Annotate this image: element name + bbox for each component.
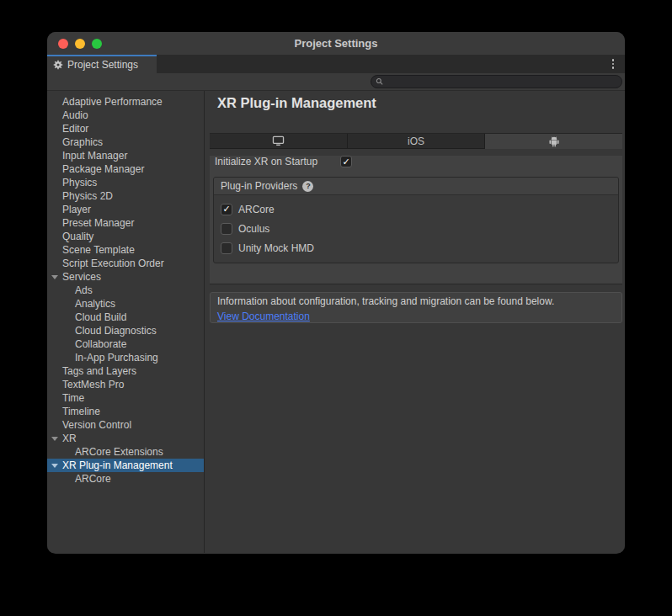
title-bar[interactable]: Project Settings [47, 32, 625, 55]
sidebar-item-label: Ads [75, 284, 93, 296]
help-icon[interactable]: ? [302, 181, 313, 192]
plugin-providers-header: Plug-in Providers ? [214, 178, 618, 195]
plugin-providers-box: Plug-in Providers ? ✓ARCoreOculusUnity M… [213, 177, 619, 263]
toolbar [47, 73, 625, 91]
sidebar-item-label: Adaptive Performance [62, 96, 163, 108]
platform-section: iOS Initi [210, 133, 622, 284]
tab-platform-ios-label: iOS [408, 135, 424, 147]
initialize-xr-row: Initialize XR on Startup ✓ [215, 156, 622, 167]
sidebar-item-preset-manager[interactable]: Preset Manager [47, 216, 204, 230]
sidebar-item-label: Input Manager [62, 150, 127, 162]
android-icon [549, 136, 559, 147]
sidebar-item-graphics[interactable]: Graphics [47, 135, 204, 149]
sidebar-item-timeline[interactable]: Timeline [47, 405, 204, 418]
platform-tab-bar: iOS [210, 133, 622, 149]
sidebar-item-label: Scene Template [62, 244, 135, 256]
sidebar-item-cloud-build[interactable]: Cloud Build [47, 311, 204, 324]
view-documentation-link[interactable]: View Documentation [217, 310, 310, 323]
sidebar-item-physics[interactable]: Physics [47, 176, 204, 189]
close-window-button[interactable] [58, 39, 68, 49]
initialize-xr-checkbox[interactable]: ✓ [340, 156, 352, 167]
minimize-window-button[interactable] [75, 39, 85, 49]
sidebar-item-player[interactable]: Player [47, 203, 204, 216]
window-title: Project Settings [295, 37, 378, 50]
provider-checkbox-arcore[interactable]: ✓ [221, 204, 232, 215]
sidebar-item-package-manager[interactable]: Package Manager [47, 162, 204, 176]
sidebar-item-label: Services [62, 271, 101, 283]
sidebar-item-label: ARCore [75, 473, 111, 485]
sidebar-item-ads[interactable]: Ads [47, 284, 204, 297]
gear-icon [53, 60, 63, 70]
sidebar-item-collaborate[interactable]: Collaborate [47, 337, 204, 351]
provider-row-oculus: Oculus [221, 219, 618, 238]
sidebar-item-adaptive-performance[interactable]: Adaptive Performance [47, 95, 204, 109]
sidebar-item-in-app-purchasing[interactable]: In-App Purchasing [47, 351, 204, 364]
sidebar-item-label: Version Control [62, 419, 131, 431]
kebab-menu-icon[interactable] [612, 59, 615, 69]
settings-sidebar: Adaptive PerformanceAudioEditorGraphicsI… [47, 91, 205, 553]
android-tab-content: Initialize XR on Startup ✓ Plug-in Provi… [210, 156, 622, 284]
provider-row-unity-mock-hmd: Unity Mock HMD [221, 238, 618, 258]
sidebar-item-editor[interactable]: Editor [47, 122, 204, 135]
provider-checkbox-oculus[interactable] [221, 223, 232, 235]
foldout-triangle-icon[interactable] [51, 464, 58, 468]
search-box[interactable] [371, 75, 622, 88]
sidebar-item-label: Script Execution Order [62, 258, 164, 269]
initialize-xr-label: Initialize XR on Startup [215, 156, 340, 167]
sidebar-item-label: Analytics [75, 298, 115, 310]
sidebar-item-label: Cloud Diagnostics [75, 325, 157, 337]
search-input[interactable] [387, 77, 621, 87]
sidebar-item-label: Player [62, 204, 91, 215]
sidebar-item-physics-2d[interactable]: Physics 2D [47, 189, 204, 203]
sidebar-item-label: Package Manager [62, 163, 144, 175]
foldout-triangle-icon[interactable] [51, 437, 58, 441]
sidebar-item-label: TextMesh Pro [62, 379, 124, 390]
foldout-triangle-icon[interactable] [51, 275, 58, 279]
sidebar-item-cloud-diagnostics[interactable]: Cloud Diagnostics [47, 324, 204, 337]
sidebar-item-label: ARCore Extensions [75, 446, 163, 458]
sidebar-item-analytics[interactable]: Analytics [47, 297, 204, 311]
sidebar-item-label: Quality [62, 231, 93, 242]
content-area: Adaptive PerformanceAudioEditorGraphicsI… [47, 91, 625, 553]
sidebar-item-label: Timeline [62, 406, 100, 417]
provider-label: Oculus [238, 223, 269, 235]
provider-checkbox-unity-mock-hmd[interactable] [221, 242, 232, 254]
plugin-providers-list: ✓ARCoreOculusUnity Mock HMD [214, 195, 618, 263]
sidebar-item-version-control[interactable]: Version Control [47, 418, 204, 432]
sidebar-item-scene-template[interactable]: Scene Template [47, 243, 204, 257]
sidebar-item-input-manager[interactable]: Input Manager [47, 149, 204, 162]
sidebar-item-audio[interactable]: Audio [47, 109, 204, 122]
sidebar-item-tags-and-layers[interactable]: Tags and Layers [47, 364, 204, 378]
sidebar-item-services[interactable]: Services [47, 270, 204, 284]
sidebar-item-xr[interactable]: XR [47, 432, 204, 445]
sidebar-item-label: Physics 2D [62, 190, 113, 202]
provider-row-arcore: ✓ARCore [221, 199, 618, 219]
tab-platform-android[interactable] [484, 134, 622, 149]
sidebar-item-label: Cloud Build [75, 311, 126, 323]
sidebar-item-arcore[interactable]: ARCore [47, 472, 204, 486]
sidebar-item-arcore-extensions[interactable]: ARCore Extensions [47, 445, 204, 459]
sidebar-item-label: Time [62, 392, 84, 404]
sidebar-item-quality[interactable]: Quality [47, 230, 204, 243]
tab-platform-desktop[interactable] [210, 134, 347, 149]
zoom-window-button[interactable] [92, 39, 102, 49]
sidebar-list: Adaptive PerformanceAudioEditorGraphicsI… [47, 95, 204, 486]
sidebar-item-label: XR Plug-in Management [62, 459, 173, 471]
tab-project-settings[interactable]: Project Settings [47, 55, 157, 73]
sidebar-item-textmesh-pro[interactable]: TextMesh Pro [47, 378, 204, 391]
sidebar-item-label: Audio [62, 109, 88, 121]
traffic-lights [58, 39, 102, 49]
info-text: Information about configuration, trackin… [217, 295, 615, 308]
sidebar-item-xr-plug-in-management[interactable]: XR Plug-in Management [47, 459, 204, 472]
sidebar-item-label: Tags and Layers [62, 365, 136, 377]
info-box: Information about configuration, trackin… [210, 292, 622, 323]
tab-platform-ios[interactable]: iOS [347, 134, 485, 149]
main-panel: XR Plug-in Management iOS [205, 91, 625, 553]
sidebar-item-label: Collaborate [75, 338, 126, 350]
sidebar-item-script-execution-order[interactable]: Script Execution Order [47, 257, 204, 270]
sidebar-item-label: Preset Manager [62, 217, 134, 229]
sidebar-item-label: Physics [62, 177, 97, 189]
provider-label: ARCore [238, 204, 275, 215]
sidebar-item-time[interactable]: Time [47, 391, 204, 405]
sidebar-item-label: XR [62, 433, 77, 444]
